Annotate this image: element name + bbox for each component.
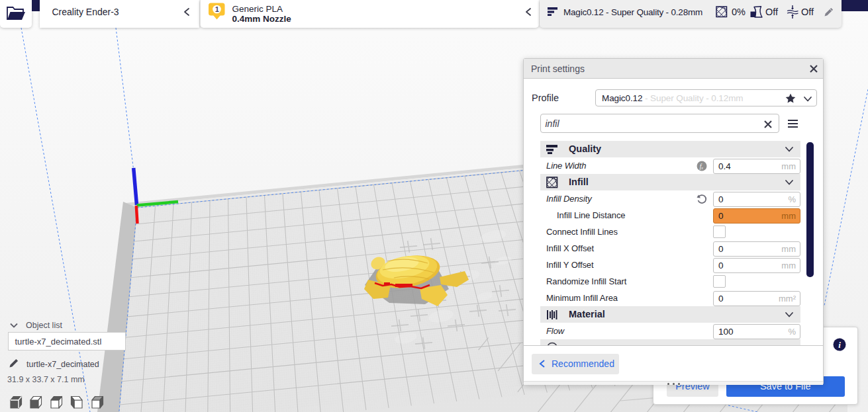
svg-text:fₓ: fₓ <box>700 163 704 169</box>
svg-text:i: i <box>838 340 841 350</box>
svg-text:1: 1 <box>215 5 218 13</box>
